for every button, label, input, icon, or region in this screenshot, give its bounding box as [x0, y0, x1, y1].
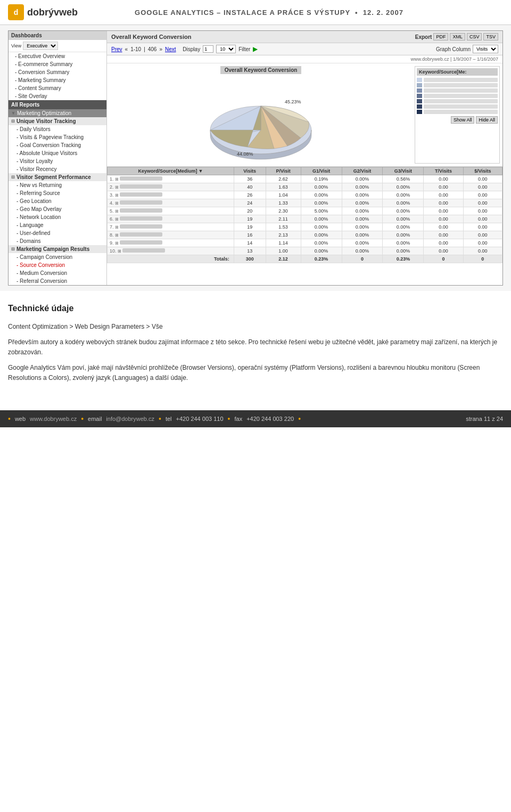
display-start-input[interactable]	[203, 45, 213, 53]
export-csv-btn[interactable]: CSV	[467, 33, 482, 40]
keyword-link[interactable]	[120, 184, 162, 190]
keyword-link[interactable]	[120, 216, 162, 222]
keyword-link[interactable]	[120, 200, 162, 206]
td-g3: 0.00%	[383, 223, 424, 231]
sidebar-item-goal-conversion[interactable]: - Goal Conversion Tracking	[9, 141, 106, 149]
td-pvisit: 1.33	[266, 199, 301, 207]
filter-icon[interactable]: ▶	[253, 45, 258, 53]
sidebar-item-medium-conversion[interactable]: - Medium Conversion	[9, 269, 106, 277]
expand-cell[interactable]: ⊞	[118, 249, 122, 254]
sidebar-item-visits-pageview[interactable]: - Visits & Pageview Tracking	[9, 133, 106, 141]
email-url[interactable]: info@dobryweb.cz	[106, 416, 154, 422]
export-pdf-btn[interactable]: PDF	[433, 33, 448, 40]
keyword-link[interactable]	[120, 224, 162, 230]
sidebar-item-absolute-unique[interactable]: - Absolute Unique Visitors	[9, 149, 106, 157]
keyword-link[interactable]	[120, 240, 162, 246]
marketing-campaign-group[interactable]: ⊟ Marketing Campaign Results	[9, 245, 106, 253]
col-g3[interactable]: G3/Visit	[383, 167, 424, 175]
td-keyword: 4. ⊞	[108, 199, 234, 207]
sidebar-item-campaign-conversion[interactable]: - Campaign Conversion	[9, 253, 106, 261]
export-xml-btn[interactable]: XML	[450, 33, 465, 40]
expand-icon-mc: ⊟	[11, 247, 15, 251]
expand-cell[interactable]: ⊞	[115, 241, 120, 246]
table-row: 4. ⊞ 24 1.33 0.00% 0.00% 0.00% 0.00 0.00	[108, 199, 502, 207]
sidebar-item-content-summary[interactable]: - Content Summary	[9, 84, 106, 92]
td-g3: 0.00%	[383, 247, 424, 255]
expand-cell[interactable]: ⊞	[115, 193, 120, 198]
sidebar-item-daily-visitors[interactable]: - Daily Visitors	[9, 125, 106, 133]
td-sv: 0.00	[463, 231, 502, 239]
sidebar-item-network-location[interactable]: - Network Location	[9, 213, 106, 221]
row-num: 5.	[110, 208, 114, 214]
expand-cell[interactable]: ⊞	[115, 185, 120, 190]
sidebar-item-visitor-recency[interactable]: - Visitor Recency	[9, 165, 106, 173]
expand-cell[interactable]: ⊞	[115, 225, 120, 230]
col-keyword[interactable]: Keyword/Source[Medium] ▼	[108, 167, 234, 175]
view-row: View Executive	[9, 40, 106, 52]
data-table: Keyword/Source[Medium] ▼ Visits P/Visit …	[107, 167, 502, 263]
nav-bar: Prev « 1-10 | 406 » Next Display 10 25 5…	[107, 43, 502, 55]
display-count-select[interactable]: 10 25 50	[216, 45, 236, 53]
sidebar-item-new-returning[interactable]: - New vs Returning	[9, 181, 106, 189]
td-keyword: 6. ⊞	[108, 215, 234, 223]
unique-visitor-group[interactable]: ⊟ Unique Visitor Tracking	[9, 117, 106, 125]
keyword-link[interactable]	[120, 192, 162, 198]
prev-link[interactable]: Prev	[111, 46, 122, 52]
sidebar-item-marketing-summary[interactable]: - Marketing Summary	[9, 76, 106, 84]
td-tv: 0.00	[424, 175, 463, 183]
col-pvisit[interactable]: P/Visit	[266, 167, 301, 175]
td-keyword: 9. ⊞	[108, 239, 234, 247]
expand-cell[interactable]: ⊞	[115, 217, 120, 222]
expand-cell[interactable]: ⊞	[115, 233, 120, 238]
sidebar-item-ecommerce-summary[interactable]: - E-commerce Summary	[9, 60, 106, 68]
sidebar-item-conversion-summary[interactable]: - Conversion Summary	[9, 68, 106, 76]
sidebar-item-source-conversion[interactable]: - Source Conversion	[9, 261, 106, 269]
visitor-segment-group[interactable]: ⊟ Visitor Segment Performance	[9, 173, 106, 181]
expand-cell[interactable]: ⊞	[115, 177, 120, 182]
sidebar-item-executive-overview[interactable]: - Executive Overview	[9, 52, 106, 60]
td-keyword: 1. ⊞	[108, 175, 234, 183]
td-g3: 0.00%	[383, 239, 424, 247]
td-pvisit: 1.63	[266, 183, 301, 191]
td-tv: 0.00	[424, 231, 463, 239]
col-g1[interactable]: G1/Visit	[301, 167, 342, 175]
table-row: 2. ⊞ 40 1.63 0.00% 0.00% 0.00% 0.00 0.00	[108, 183, 502, 191]
sidebar-item-site-overlay[interactable]: - Site Overlay	[9, 92, 106, 100]
col-tv[interactable]: T/Visits	[424, 167, 463, 175]
show-all-btn[interactable]: Show All	[451, 116, 475, 124]
export-tsv-btn[interactable]: TSV	[483, 33, 498, 40]
td-keyword: 8. ⊞	[108, 231, 234, 239]
expand-cell[interactable]: ⊞	[115, 201, 120, 206]
td-g1: 0.00%	[301, 215, 342, 223]
next-link[interactable]: Next	[165, 46, 176, 52]
sidebar-item-geo-location[interactable]: - Geo Location	[9, 197, 106, 205]
td-sv: 0.00	[463, 223, 502, 231]
sidebar-item-referring-source[interactable]: - Referring Source	[9, 189, 106, 197]
keyword-link[interactable]	[120, 232, 162, 238]
legend-color-5	[417, 99, 422, 103]
web-url[interactable]: www.dobryweb.cz	[30, 416, 77, 422]
col-visits[interactable]: Visits	[234, 167, 266, 175]
sidebar-item-referral-conversion[interactable]: - Referral Conversion	[9, 277, 106, 285]
td-g3: 0.00%	[383, 207, 424, 215]
sidebar-item-language[interactable]: - Language	[9, 221, 106, 229]
row-num: 7.	[110, 224, 114, 230]
graph-col-select[interactable]: Visits	[473, 45, 498, 53]
keyword-link[interactable]	[120, 208, 162, 214]
sidebar-item-visitor-loyalty[interactable]: - Visitor Loyalty	[9, 157, 106, 165]
para2: Google Analytics Vám poví, jaké mají náv…	[8, 363, 503, 383]
view-select[interactable]: Executive	[23, 42, 58, 50]
sidebar-item-geo-map[interactable]: - Geo Map Overlay	[9, 205, 106, 213]
hide-all-btn[interactable]: Hide All	[476, 116, 498, 124]
keyword-link[interactable]	[120, 176, 162, 182]
col-g2[interactable]: G2/Visit	[342, 167, 383, 175]
sidebar-item-domains[interactable]: - Domains	[9, 237, 106, 245]
table-row: 3. ⊞ 26 1.04 0.00% 0.00% 0.00% 0.00 0.00	[108, 191, 502, 199]
col-sv[interactable]: $/Visits	[463, 167, 502, 175]
chart-area: Overall Keyword Conversion	[107, 63, 502, 167]
expand-cell[interactable]: ⊞	[115, 209, 120, 214]
td-sv: 0.00	[463, 207, 502, 215]
keyword-link[interactable]	[122, 248, 165, 254]
pie-chart-wrapper: 45.23% 44.08%	[197, 77, 325, 164]
sidebar-item-user-defined[interactable]: - User-defined	[9, 229, 106, 237]
